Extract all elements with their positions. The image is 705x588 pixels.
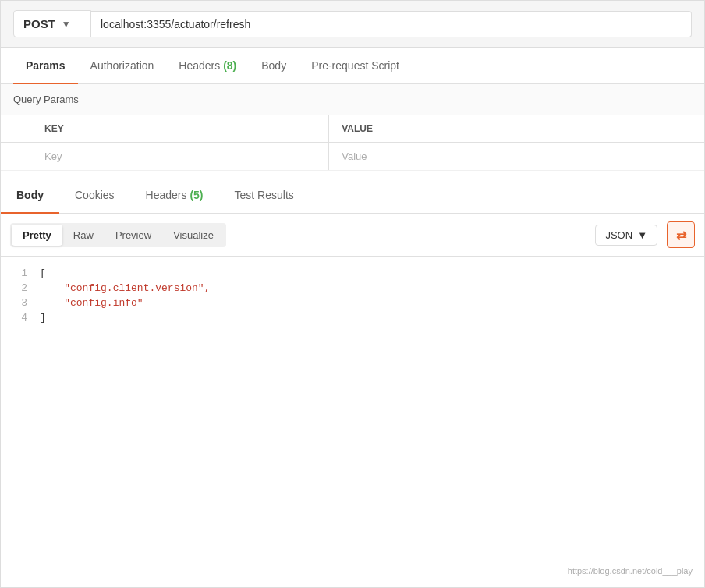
col-checkbox bbox=[1, 115, 32, 143]
request-tabs: Params Authorization Headers (8) Body Pr… bbox=[1, 48, 704, 84]
wrap-button[interactable]: ⇄ bbox=[667, 221, 695, 248]
tab-prerequest[interactable]: Pre-request Script bbox=[299, 48, 412, 84]
method-chevron: ▼ bbox=[62, 19, 71, 30]
headers-badge: (8) bbox=[223, 59, 236, 72]
tab-body[interactable]: Body bbox=[249, 48, 299, 84]
method-label: POST bbox=[23, 17, 55, 30]
line-number-4: 4 bbox=[1, 312, 40, 324]
key-input-cell[interactable]: Key bbox=[32, 143, 329, 171]
json-chevron: ▼ bbox=[637, 229, 647, 241]
wrap-icon: ⇄ bbox=[676, 228, 686, 243]
btn-raw[interactable]: Raw bbox=[62, 225, 105, 246]
response-tab-cookies[interactable]: Cookies bbox=[59, 178, 130, 214]
code-area: 1 [ 2 "config.client.version", 3 "config… bbox=[1, 257, 704, 413]
json-selector[interactable]: JSON ▼ bbox=[595, 225, 657, 246]
code-line-3: 3 "config.info" bbox=[1, 296, 704, 310]
format-group: Pretty Raw Preview Visualize bbox=[10, 223, 226, 247]
query-params-label: Query Params bbox=[1, 84, 704, 115]
code-content-1: [ bbox=[40, 267, 704, 279]
col-key: KEY bbox=[32, 115, 329, 143]
params-table: KEY VALUE Key Value bbox=[1, 115, 704, 171]
response-tab-testresults[interactable]: Test Results bbox=[219, 178, 310, 214]
table-row: Key Value bbox=[1, 143, 704, 171]
line-number-1: 1 bbox=[1, 267, 40, 279]
code-content-2: "config.client.version", bbox=[40, 282, 704, 294]
line-number-3: 3 bbox=[1, 297, 40, 309]
response-tab-body[interactable]: Body bbox=[1, 178, 59, 214]
response-tab-headers[interactable]: Headers (5) bbox=[130, 178, 219, 214]
btn-preview[interactable]: Preview bbox=[105, 225, 162, 246]
line-number-2: 2 bbox=[1, 282, 40, 294]
response-tabs: Body Cookies Headers (5) Test Results bbox=[1, 177, 704, 214]
tab-authorization[interactable]: Authorization bbox=[78, 48, 167, 84]
tab-params[interactable]: Params bbox=[13, 48, 78, 84]
code-line-4: 4 ] bbox=[1, 310, 704, 325]
url-input[interactable] bbox=[91, 11, 692, 37]
btn-visualize[interactable]: Visualize bbox=[162, 225, 225, 246]
app-container: POST ▼ Params Authorization Headers (8) … bbox=[0, 0, 705, 588]
watermark: https://blog.csdn.net/cold___play bbox=[568, 566, 693, 576]
col-value: VALUE bbox=[329, 115, 704, 143]
body-toolbar: Pretty Raw Preview Visualize JSON ▼ ⇄ bbox=[1, 214, 704, 257]
code-content-4: ] bbox=[40, 312, 704, 324]
code-line-2: 2 "config.client.version", bbox=[1, 281, 704, 296]
url-bar: POST ▼ bbox=[1, 1, 704, 48]
row-checkbox bbox=[1, 143, 32, 171]
tab-headers[interactable]: Headers (8) bbox=[166, 48, 249, 84]
code-content-3: "config.info" bbox=[40, 297, 704, 309]
value-input-cell[interactable]: Value bbox=[329, 143, 704, 171]
json-label: JSON bbox=[605, 229, 632, 241]
code-line-1: 1 [ bbox=[1, 266, 704, 281]
btn-pretty[interactable]: Pretty bbox=[12, 225, 62, 246]
response-headers-badge: (5) bbox=[190, 189, 203, 201]
method-selector[interactable]: POST ▼ bbox=[13, 10, 91, 37]
